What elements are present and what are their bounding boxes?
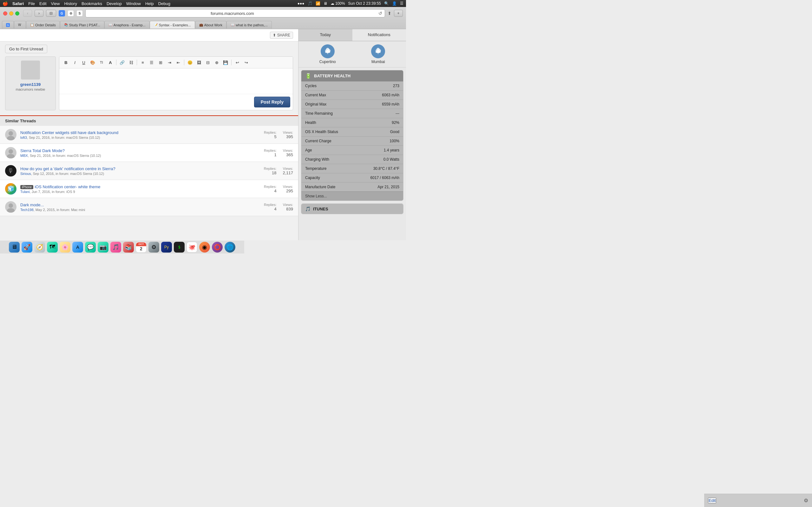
image-button[interactable]: 🖼 bbox=[195, 59, 203, 66]
dock-icon-launchpad[interactable]: 🚀 bbox=[21, 242, 32, 252]
show-less-button[interactable]: Show Less... bbox=[301, 191, 403, 201]
tab-anaphora[interactable]: 📖 Anaphora - Examp... bbox=[104, 21, 150, 29]
save-draft-button[interactable]: 💾 bbox=[221, 59, 230, 66]
dock-icon-calendar[interactable]: OCT2 bbox=[136, 242, 147, 252]
battery-header: 🔋 BATTERY HEALTH bbox=[301, 70, 403, 81]
search-icon[interactable]: 🔍 bbox=[384, 1, 389, 6]
dock-icon-safari[interactable]: 🧭 bbox=[34, 242, 45, 252]
outdent-button[interactable]: ⇤ bbox=[174, 59, 183, 66]
develop-menu[interactable]: Develop bbox=[107, 1, 122, 6]
dock-icon-blue-circle[interactable]: 🌐 bbox=[224, 242, 235, 252]
unlink-button[interactable]: ⛓ bbox=[127, 59, 135, 66]
thread-avatar bbox=[5, 147, 16, 158]
thread-author[interactable]: Tulani bbox=[20, 190, 30, 193]
view-menu[interactable]: View bbox=[51, 1, 60, 6]
url-bar[interactable]: forums.macrumors.com ↺ bbox=[85, 9, 385, 17]
dock-icon-facetime[interactable]: 📷 bbox=[98, 242, 108, 252]
media-button[interactable]: ⊕ bbox=[212, 59, 221, 66]
dock-icon-purple-circle[interactable]: ⭕ bbox=[212, 242, 223, 252]
app-name[interactable]: Safari bbox=[12, 1, 24, 6]
link-button[interactable]: 🔗 bbox=[118, 59, 126, 66]
new-tab-button[interactable]: + bbox=[394, 10, 403, 17]
share-button[interactable]: ⬆ SHARE bbox=[270, 32, 293, 39]
minimize-button[interactable] bbox=[9, 11, 13, 15]
tab-g[interactable]: G bbox=[2, 21, 14, 29]
thread-author[interactable]: Sirious bbox=[20, 172, 31, 176]
post-reply-button[interactable]: Post Reply bbox=[254, 97, 290, 107]
dock-icon-photos[interactable]: 🌸 bbox=[60, 242, 70, 252]
tab-today[interactable]: Today bbox=[299, 29, 352, 41]
text-size-button[interactable]: TI bbox=[97, 59, 106, 66]
thread-author[interactable]: loft3 bbox=[20, 135, 27, 139]
replies-stat: Replies: 1 bbox=[264, 149, 276, 157]
tab-study[interactable]: 📚 Study Plan | PSAT... bbox=[60, 21, 104, 29]
dock-icon-orange-circle[interactable]: ◉ bbox=[199, 242, 210, 252]
color-button[interactable]: 🎨 bbox=[89, 59, 97, 66]
apple-menu[interactable]: 🍎 bbox=[3, 1, 8, 6]
user-icon[interactable]: 👤 bbox=[392, 1, 397, 6]
file-menu[interactable]: File bbox=[28, 1, 35, 6]
tab-work[interactable]: 💼 About Work bbox=[195, 21, 226, 29]
battery-row-age: Age 1.4 years bbox=[301, 146, 403, 155]
debug-menu[interactable]: Debug bbox=[158, 1, 170, 6]
tab-syntax[interactable]: 📝 Syntax - Examples... bbox=[150, 21, 195, 29]
thread-title[interactable]: Dark mode... bbox=[20, 203, 260, 207]
tab-order[interactable]: 📋 Order Details bbox=[26, 21, 60, 29]
underline-button[interactable]: U bbox=[80, 59, 88, 66]
help-menu[interactable]: Help bbox=[145, 1, 154, 6]
thread-title[interactable]: iPhoneiOS Notification center- white the… bbox=[20, 184, 260, 189]
close-button[interactable] bbox=[3, 11, 7, 15]
forward-button[interactable]: › bbox=[35, 10, 44, 17]
battery-row-current-charge: Current Charge 100% bbox=[301, 136, 403, 146]
dock-icon-itunes[interactable]: 🎵 bbox=[110, 242, 121, 252]
italic-button[interactable]: I bbox=[71, 59, 79, 66]
first-unread-button[interactable]: Go to First Unread bbox=[5, 45, 47, 53]
music-icon: 🎵 bbox=[308, 1, 312, 6]
extension-s[interactable]: S bbox=[77, 10, 83, 16]
back-button[interactable]: ‹ bbox=[23, 10, 32, 17]
thread-title[interactable]: Notification Center widgets still have d… bbox=[20, 130, 260, 135]
indent-button[interactable]: ⇥ bbox=[165, 59, 173, 66]
dock-icon-app-store[interactable]: A bbox=[72, 242, 83, 252]
itunes-title: ITUNES bbox=[313, 207, 328, 211]
font-button[interactable]: A bbox=[106, 59, 114, 66]
tab-favicon-syntax: 📝 bbox=[154, 23, 158, 27]
history-menu[interactable]: History bbox=[64, 1, 77, 6]
thread-author[interactable]: MBX bbox=[20, 154, 28, 158]
dock-icon-finder[interactable]: 🖥 bbox=[9, 242, 20, 252]
thread-title[interactable]: How do you get a 'dark' notification cen… bbox=[20, 166, 260, 171]
tab-label-work: About Work bbox=[204, 23, 222, 27]
dock-icon-pycharm[interactable]: Py bbox=[161, 242, 172, 252]
dock-icon-maps[interactable]: 🗺 bbox=[47, 242, 58, 252]
extension-icon[interactable]: ⚙ bbox=[67, 10, 74, 16]
tab-pathos[interactable]: 📖 what is the pathos,... bbox=[226, 21, 272, 29]
dock-icon-messages[interactable]: 💬 bbox=[85, 242, 96, 252]
bold-button[interactable]: B bbox=[62, 59, 70, 66]
ordered-list-button[interactable]: ⊞ bbox=[156, 59, 165, 66]
extension-google[interactable]: G bbox=[59, 10, 65, 16]
battery-row-charging-with: Charging With 0.0 Watts bbox=[301, 155, 403, 164]
fullscreen-button[interactable] bbox=[15, 11, 19, 15]
emoji-button[interactable]: 😊 bbox=[186, 59, 194, 66]
window-menu[interactable]: Window bbox=[126, 1, 141, 6]
editor-body[interactable] bbox=[59, 68, 293, 94]
redo-button[interactable]: ↪ bbox=[242, 59, 250, 66]
edit-menu[interactable]: Edit bbox=[39, 1, 46, 6]
dock-icon-books[interactable]: 📚 bbox=[123, 242, 134, 252]
thread-title[interactable]: Sierra Total Dark Mode? bbox=[20, 148, 260, 153]
dock-icon-github[interactable]: 🐙 bbox=[187, 242, 197, 252]
undo-button[interactable]: ↩ bbox=[233, 59, 241, 66]
align-center-button[interactable]: ≡ bbox=[139, 59, 147, 66]
sidebar-toggle[interactable]: ⊟ bbox=[46, 10, 56, 17]
tab-w[interactable]: W bbox=[14, 21, 26, 29]
bookmarks-menu[interactable]: Bookmarks bbox=[82, 1, 102, 6]
tab-notifications[interactable]: Notifications bbox=[352, 29, 406, 41]
dock-icon-system-prefs[interactable]: ⚙ bbox=[148, 242, 159, 252]
menu-icon[interactable]: ☰ bbox=[400, 1, 403, 6]
table-button[interactable]: ⊟ bbox=[204, 59, 212, 66]
thread-author[interactable]: Tech198 bbox=[20, 208, 34, 212]
share-icon[interactable]: ⬆ bbox=[388, 11, 392, 16]
bullet-list-button[interactable]: ☰ bbox=[148, 59, 156, 66]
dock-icon-terminal[interactable]: $ bbox=[174, 242, 185, 252]
reload-button[interactable]: ↺ bbox=[378, 11, 382, 16]
